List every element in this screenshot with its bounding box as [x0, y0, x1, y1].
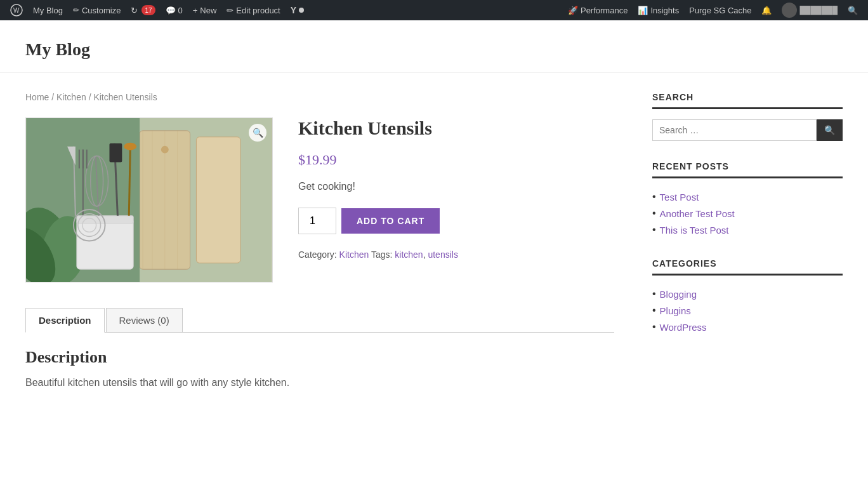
categories-title: CATEGORIES: [652, 258, 843, 276]
list-item: Another Test Post: [652, 205, 843, 222]
updates-item[interactable]: ↻ 17: [126, 0, 160, 20]
pencil-icon: ✏: [73, 6, 79, 15]
user-avatar: [782, 3, 797, 18]
svg-point-17: [124, 143, 136, 150]
insights-item[interactable]: 📊 Insights: [633, 0, 684, 20]
page-wrapper: My Blog Home / Kitchen / Kitchen Utensil…: [0, 20, 868, 408]
category-link-plugins[interactable]: Plugins: [660, 305, 691, 316]
product-meta: Category: Kitchen Tags: kitchen, utensil…: [298, 249, 614, 260]
search-icon: 🔍: [848, 6, 858, 15]
svg-text:W: W: [13, 7, 20, 14]
list-item: This is Test Post: [652, 222, 843, 238]
yoast-item[interactable]: Y: [286, 0, 309, 20]
user-info: ███████: [799, 6, 838, 15]
admin-bar: W My Blog ✏ Customize ↻ 17 💬 0 + New ✏ E…: [0, 0, 868, 20]
speed-icon: 🚀: [568, 6, 578, 15]
customize-item[interactable]: ✏ Customize: [68, 0, 126, 20]
comments-count: 0: [178, 6, 183, 15]
comments-item[interactable]: 💬 0: [161, 0, 188, 20]
tags-label: Tags:: [371, 249, 392, 260]
search-form: 🔍: [652, 119, 843, 141]
svg-rect-4: [196, 137, 240, 263]
add-to-cart-row: ADD TO CART: [298, 208, 614, 234]
tab-desc-text: Beautiful kitchen utensils that will go …: [25, 377, 614, 389]
tag2-link[interactable]: utensils: [428, 249, 457, 260]
purge-sg-cache-item[interactable]: Purge SG Cache: [684, 0, 756, 20]
svg-rect-15: [109, 143, 122, 163]
new-item[interactable]: + New: [188, 0, 222, 20]
search-btn-icon: 🔍: [824, 125, 835, 135]
breadcrumb-current: Kitchen Utensils: [93, 92, 157, 102]
site-header: My Blog: [0, 20, 868, 73]
insights-label: Insights: [650, 6, 679, 15]
categories-list: Blogging Plugins WordPress: [652, 286, 843, 335]
category-link[interactable]: Kitchen: [339, 249, 369, 260]
performance-label: Performance: [581, 6, 628, 15]
bell-icon: 🔔: [761, 6, 772, 15]
edit-product-item[interactable]: ✏ Edit product: [221, 0, 285, 20]
list-item: Test Post: [652, 189, 843, 205]
product-description: Get cooking!: [298, 181, 614, 192]
my-blog-label: My Blog: [33, 6, 63, 15]
breadcrumb-home[interactable]: Home: [25, 92, 49, 102]
customize-label: Customize: [82, 6, 121, 15]
tabs-section: Description Reviews (0) Description Beau…: [25, 308, 614, 389]
search-toggle[interactable]: 🔍: [843, 0, 863, 20]
add-to-cart-button[interactable]: ADD TO CART: [341, 208, 440, 234]
tab-reviews[interactable]: Reviews (0): [106, 308, 183, 332]
edit-icon: ✏: [227, 6, 233, 15]
content-area: Home / Kitchen / Kitchen Utensils: [25, 92, 614, 389]
list-item: Blogging: [652, 286, 843, 302]
notifications-item[interactable]: 🔔: [756, 0, 777, 20]
tag1-link[interactable]: kitchen: [395, 249, 423, 260]
wp-logo-item[interactable]: W: [5, 0, 28, 20]
quantity-input[interactable]: [298, 208, 336, 234]
posts-list: Test Post Another Test Post This is Test…: [652, 189, 843, 238]
purge-label: Purge SG Cache: [689, 6, 751, 15]
sidebar-search-section: SEARCH 🔍: [652, 92, 843, 141]
search-button[interactable]: 🔍: [817, 119, 843, 141]
category-link-blogging[interactable]: Blogging: [660, 289, 697, 300]
zoom-icon[interactable]: 🔍: [249, 124, 266, 142]
product-image-svg: [26, 118, 272, 282]
user-account-item[interactable]: ███████: [777, 0, 843, 20]
product-image-wrap: 🔍: [25, 117, 273, 282]
tab-desc-title: Description: [25, 348, 614, 367]
my-blog-item[interactable]: My Blog: [28, 0, 68, 20]
product-title: Kitchen Utensils: [298, 117, 614, 139]
site-title[interactable]: My Blog: [25, 39, 843, 60]
product-price: $19.99: [298, 152, 614, 168]
plus-icon: +: [193, 6, 198, 15]
category-link-wordpress[interactable]: WordPress: [660, 322, 707, 333]
svg-line-16: [129, 150, 130, 216]
new-label: New: [200, 6, 216, 15]
post-link-1[interactable]: Test Post: [660, 192, 699, 203]
breadcrumb: Home / Kitchen / Kitchen Utensils: [25, 92, 614, 102]
edit-product-label: Edit product: [236, 6, 280, 15]
category-label: Category:: [298, 249, 337, 260]
post-link-3[interactable]: This is Test Post: [660, 225, 729, 236]
yoast-circle-icon: [299, 8, 304, 13]
breadcrumb-sep1: /: [51, 92, 56, 102]
list-item: Plugins: [652, 302, 843, 319]
product-info: Kitchen Utensils $19.99 Get cooking! ADD…: [298, 117, 614, 282]
performance-item[interactable]: 🚀 Performance: [563, 0, 633, 20]
product-section: 🔍 Kitchen Utensils $19.99 Get cooking! A…: [25, 117, 614, 282]
yoast-icon: Y: [291, 5, 296, 15]
post-link-2[interactable]: Another Test Post: [660, 208, 735, 219]
sidebar: SEARCH 🔍 RECENT POSTS Test Post Another: [652, 92, 843, 389]
search-section-title: SEARCH: [652, 92, 843, 109]
product-image: [25, 117, 273, 282]
update-count-badge: 17: [141, 5, 155, 15]
tab-content-description: Description Beautiful kitchen utensils t…: [25, 348, 614, 389]
sidebar-recent-posts-section: RECENT POSTS Test Post Another Test Post…: [652, 161, 843, 238]
refresh-icon: ↻: [131, 6, 138, 15]
chart-icon: 📊: [638, 6, 648, 15]
tab-description[interactable]: Description: [25, 308, 105, 333]
breadcrumb-kitchen[interactable]: Kitchen: [56, 92, 86, 102]
search-input[interactable]: [652, 119, 817, 141]
wordpress-icon: W: [10, 4, 23, 17]
comment-icon: 💬: [166, 6, 176, 15]
sidebar-categories-section: CATEGORIES Blogging Plugins WordPress: [652, 258, 843, 335]
recent-posts-title: RECENT POSTS: [652, 161, 843, 178]
